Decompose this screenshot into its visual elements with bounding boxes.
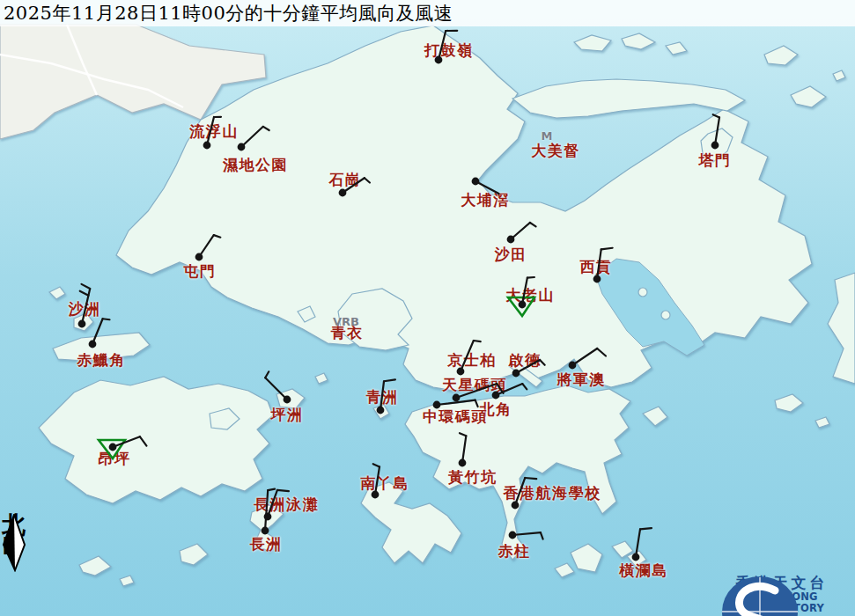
north-indicator: 北 N xyxy=(2,514,41,556)
station-label: 長洲 xyxy=(250,534,283,554)
station-label: 黃竹坑 xyxy=(448,467,498,488)
station-label: 赤柱 xyxy=(498,541,531,561)
station-label: 京士柏 xyxy=(447,350,497,370)
station-label: 將軍澳 xyxy=(556,370,606,390)
station-label: 石崗 xyxy=(329,170,362,190)
station-label: 青洲 xyxy=(366,387,399,407)
station-label: 昂坪 xyxy=(99,449,131,469)
station-label: 天星碼頭 xyxy=(442,375,507,395)
station-label: 流浮山 xyxy=(189,121,239,142)
station-code: VRB xyxy=(333,315,359,328)
station-label: 濕地公園 xyxy=(223,155,288,175)
hko-logo-icon xyxy=(711,575,808,616)
station-label: 大美督 xyxy=(531,141,580,161)
north-arrow-icon xyxy=(2,514,37,572)
station-label: 中環碼頭 xyxy=(423,407,488,427)
station-label: 屯門 xyxy=(184,261,217,282)
station-label: 長洲泳灘 xyxy=(254,495,319,515)
station-label: 橫瀾島 xyxy=(619,561,668,581)
station-code: M xyxy=(542,129,553,143)
station-labels-layer: 打鼓嶺流浮山濕地公園石崗大埔滘大美督M塔門沙田西貢大老山屯門沙洲赤鱲角青衣VRB… xyxy=(0,0,855,616)
station-label: 坪洲 xyxy=(271,405,304,425)
title-bar: 2025年11月28日11時00分的十分鐘平均風向及風速 xyxy=(0,0,855,26)
station-label: 香港航海學校 xyxy=(504,483,601,503)
station-label: 打鼓嶺 xyxy=(424,40,474,61)
hko-logo: 香港天文台 HONG KONG OBSERVATORY xyxy=(711,575,852,614)
station-label: 南丫島 xyxy=(360,473,409,494)
map-title: 2025年11月28日11時00分的十分鐘平均風向及風速 xyxy=(0,1,453,26)
station-label: 塔門 xyxy=(699,150,732,171)
station-label: 赤鱲角 xyxy=(77,350,126,370)
station-label: 啟德 xyxy=(509,350,542,370)
station-label: 西貢 xyxy=(580,257,613,277)
station-label: 大老山 xyxy=(505,285,555,305)
station-label: 沙洲 xyxy=(69,299,101,319)
station-label: 沙田 xyxy=(495,245,527,265)
station-label: 大埔滘 xyxy=(461,190,510,210)
wind-map: 打鼓嶺流浮山濕地公園石崗大埔滘大美督M塔門沙田西貢大老山屯門沙洲赤鱲角青衣VRB… xyxy=(0,0,855,616)
